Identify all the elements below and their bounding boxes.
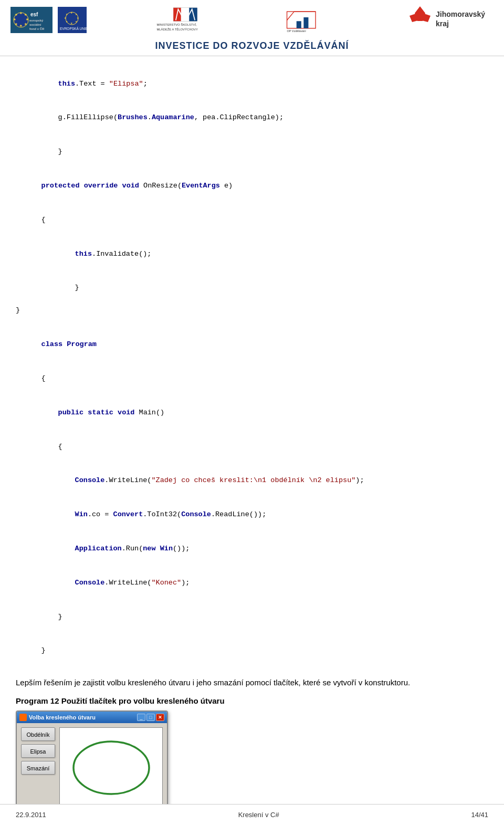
window-app-icon <box>19 714 27 721</box>
code-line: protected override void OnResize(EventAr… <box>16 169 488 203</box>
op-logo: OP Vzdělávání pro konkurenceschopnost <box>285 7 337 33</box>
code-block-1: this.Text = "Elipsa"; g.FillEllipse(Brus… <box>16 67 488 667</box>
window-body: Obdélník Elipsa Smazání <box>17 723 167 812</box>
window-titlebar: Volba kresleného útvaru _ □ ✕ <box>17 712 167 723</box>
esf-logo: ★ ★ ★ ★ ★ ★ ★ ★ esf evropský sociální fo… <box>10 7 52 33</box>
obdelnik-button[interactable]: Obdélník <box>21 727 55 741</box>
logo-group-left: ★ ★ ★ ★ ★ ★ ★ ★ esf evropský sociální fo… <box>10 7 87 33</box>
svg-text:MINISTERSTVO ŠKOLSTVÍ,: MINISTERSTVO ŠKOLSTVÍ, <box>157 23 197 26</box>
code-line: } <box>16 135 488 169</box>
elipsa-button[interactable]: Elipsa <box>21 744 55 758</box>
minimize-button[interactable]: _ <box>137 714 145 721</box>
svg-point-39 <box>74 742 149 794</box>
main-content: this.Text = "Elipsa"; g.FillEllipse(Brus… <box>0 56 504 825</box>
svg-text:evropský: evropský <box>29 19 44 22</box>
code-line: } <box>16 305 488 327</box>
svg-text:fond v ČR: fond v ČR <box>29 27 45 30</box>
svg-text:sociální: sociální <box>29 23 41 26</box>
window-titlebar-text: Volba kresleného útvaru <box>19 714 96 721</box>
footer-date: 22.9.2011 <box>16 811 46 819</box>
ellipse-svg <box>69 736 153 799</box>
window-controls: _ □ ✕ <box>137 714 164 721</box>
window-screenshot: Volba kresleného útvaru _ □ ✕ Obdélník E… <box>16 711 168 813</box>
svg-text:EVROPSKÁ UNIE: EVROPSKÁ UNIE <box>60 26 87 30</box>
code-line: Console.WriteLine("Zadej co chceš kresli… <box>16 464 488 498</box>
paragraph-text: Lepším řešením je zajistit volbu kreslen… <box>16 677 488 689</box>
header-title: INVESTICE DO ROZVOJE VZDĚLÁVÁNÍ <box>155 40 349 51</box>
drawing-canvas <box>59 727 163 808</box>
code-line: public static void Main() <box>16 395 488 430</box>
code-line: } <box>16 600 488 634</box>
logos-row: ★ ★ ★ ★ ★ ★ ★ ★ esf evropský sociální fo… <box>10 5 494 34</box>
svg-text:esf: esf <box>30 12 38 17</box>
maximize-button[interactable]: □ <box>146 714 155 721</box>
code-line: Console.WriteLine("Konec"); <box>16 566 488 600</box>
code-line: { <box>16 430 488 464</box>
window-buttons-column: Obdélník Elipsa Smazání <box>21 727 55 808</box>
svg-rect-31 <box>287 12 316 28</box>
eu-logo: ★ ★ ★ ★ ★ ★ ★ ★ EVROPSKÁ UNIE <box>58 7 87 33</box>
code-line: g.FillEllipse(Brushes.Aquamarine, pea.Cl… <box>16 101 488 135</box>
smazani-button[interactable]: Smazání <box>21 761 55 775</box>
window-title-label: Volba kresleného útvaru <box>29 714 96 720</box>
footer-title: Kreslení v C# <box>238 811 279 819</box>
svg-text:OP Vzdělávání: OP Vzdělávání <box>287 29 306 33</box>
svg-text:kraj: kraj <box>436 19 449 28</box>
svg-text:Jihomoravský: Jihomoravský <box>436 10 485 18</box>
code-line: } <box>16 634 488 668</box>
code-line: this.Invalidate(); <box>16 237 488 271</box>
code-line: this.Text = "Elipsa"; <box>16 67 488 101</box>
page-footer: 22.9.2011 Kreslení v C# 14/41 <box>0 804 504 825</box>
code-line: Win.co = Convert.ToInt32(Console.ReadLin… <box>16 498 488 532</box>
page-header: ★ ★ ★ ★ ★ ★ ★ ★ esf evropský sociální fo… <box>0 0 504 56</box>
code-line: { <box>16 361 488 395</box>
close-button[interactable]: ✕ <box>156 714 164 721</box>
code-line: Application.Run(new Win()); <box>16 531 488 566</box>
program-heading: Program 12 Použití tlačítek pro volbu kr… <box>16 696 488 705</box>
msmt-logo: MINISTERSTVO ŠKOLSTVÍ, MLÁDEŽE A TĚLOVÝC… <box>149 7 222 33</box>
code-line: class Program <box>16 328 488 362</box>
footer-page: 14/41 <box>471 811 488 819</box>
code-line: } <box>16 271 488 305</box>
svg-text:MLÁDEŽE A TĚLOVÝCHOVY: MLÁDEŽE A TĚLOVÝCHOVY <box>157 27 198 30</box>
code-line: { <box>16 203 488 237</box>
jmk-logo: Jihomoravský kraj <box>399 5 494 34</box>
